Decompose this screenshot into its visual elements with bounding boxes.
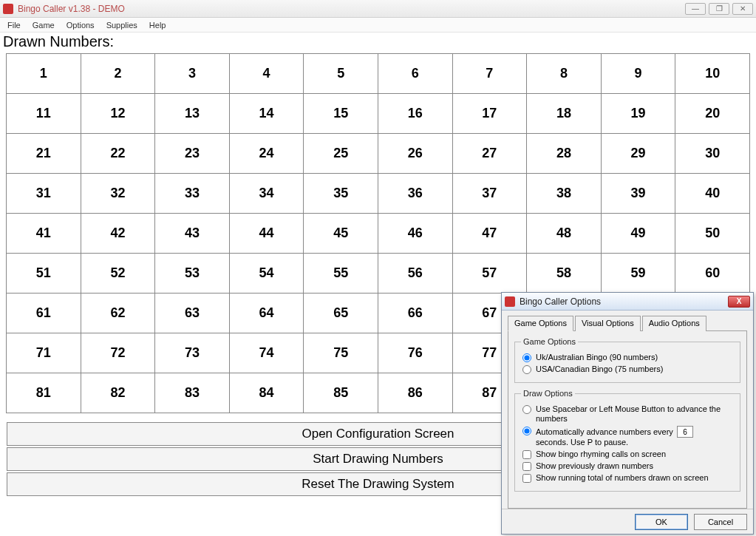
number-cell-45[interactable]: 45: [304, 214, 378, 254]
number-cell-58[interactable]: 58: [527, 254, 602, 294]
number-cell-15[interactable]: 15: [304, 94, 378, 134]
number-cell-26[interactable]: 26: [378, 134, 452, 174]
number-cell-30[interactable]: 30: [675, 134, 750, 174]
number-cell-27[interactable]: 27: [452, 134, 527, 174]
number-cell-29[interactable]: 29: [601, 134, 675, 174]
number-cell-72[interactable]: 72: [81, 333, 155, 373]
number-cell-18[interactable]: 18: [527, 94, 602, 134]
checkbox-show-total[interactable]: [522, 474, 531, 483]
number-cell-28[interactable]: 28: [527, 134, 602, 174]
number-cell-85[interactable]: 85: [304, 373, 378, 413]
radio-uk-bingo[interactable]: [522, 353, 531, 362]
number-cell-5[interactable]: 5: [304, 54, 378, 94]
tab-visual-options[interactable]: Visual Options: [575, 316, 641, 331]
tab-game-options[interactable]: Game Options: [508, 316, 573, 331]
number-cell-50[interactable]: 50: [675, 214, 750, 254]
number-cell-86[interactable]: 86: [378, 373, 452, 413]
number-cell-3[interactable]: 3: [155, 54, 230, 94]
number-cell-56[interactable]: 56: [378, 254, 452, 294]
number-cell-37[interactable]: 37: [452, 174, 527, 214]
number-cell-53[interactable]: 53: [155, 254, 230, 294]
number-cell-11[interactable]: 11: [7, 94, 81, 134]
number-cell-24[interactable]: 24: [229, 134, 304, 174]
number-cell-6[interactable]: 6: [378, 54, 452, 94]
number-cell-32[interactable]: 32: [81, 174, 155, 214]
number-cell-8[interactable]: 8: [527, 54, 602, 94]
number-cell-42[interactable]: 42: [81, 214, 155, 254]
number-cell-33[interactable]: 33: [155, 174, 230, 214]
cancel-button[interactable]: Cancel: [694, 514, 747, 530]
number-cell-13[interactable]: 13: [155, 94, 230, 134]
number-cell-84[interactable]: 84: [229, 373, 304, 413]
radio-spacebar-advance[interactable]: [522, 405, 531, 414]
number-cell-12[interactable]: 12: [81, 94, 155, 134]
radio-usa-bingo[interactable]: [522, 365, 531, 374]
ok-button[interactable]: OK: [635, 514, 688, 530]
number-cell-31[interactable]: 31: [7, 174, 81, 214]
menu-game[interactable]: Game: [27, 19, 61, 31]
menu-file[interactable]: File: [1, 19, 27, 31]
close-button[interactable]: ✕: [732, 3, 753, 15]
number-cell-66[interactable]: 66: [378, 294, 452, 333]
number-cell-60[interactable]: 60: [675, 254, 750, 294]
dialog-close-button[interactable]: X: [728, 296, 750, 308]
auto-advance-seconds-input[interactable]: [677, 426, 693, 438]
number-cell-47[interactable]: 47: [452, 214, 527, 254]
number-cell-2[interactable]: 2: [81, 54, 155, 94]
number-cell-52[interactable]: 52: [81, 254, 155, 294]
maximize-button[interactable]: ❐: [709, 3, 729, 15]
number-cell-61[interactable]: 61: [7, 294, 81, 333]
number-cell-71[interactable]: 71: [7, 333, 81, 373]
number-cell-46[interactable]: 46: [378, 214, 452, 254]
number-cell-57[interactable]: 57: [452, 254, 527, 294]
number-cell-74[interactable]: 74: [229, 333, 304, 373]
number-cell-17[interactable]: 17: [452, 94, 527, 134]
menu-help[interactable]: Help: [143, 19, 172, 31]
minimize-button[interactable]: —: [685, 3, 706, 15]
number-cell-23[interactable]: 23: [155, 134, 230, 174]
number-cell-76[interactable]: 76: [378, 333, 452, 373]
number-cell-64[interactable]: 64: [229, 294, 304, 333]
menu-supplies[interactable]: Supplies: [101, 19, 143, 31]
number-cell-21[interactable]: 21: [7, 134, 81, 174]
number-cell-39[interactable]: 39: [601, 174, 675, 214]
number-cell-43[interactable]: 43: [155, 214, 230, 254]
checkbox-show-rhyming[interactable]: [522, 450, 531, 459]
number-cell-10[interactable]: 10: [675, 54, 750, 94]
tab-audio-options[interactable]: Audio Options: [642, 316, 706, 331]
number-cell-82[interactable]: 82: [81, 373, 155, 413]
number-cell-9[interactable]: 9: [601, 54, 675, 94]
number-cell-40[interactable]: 40: [675, 174, 750, 214]
number-cell-63[interactable]: 63: [155, 294, 230, 333]
number-cell-83[interactable]: 83: [155, 373, 230, 413]
number-cell-20[interactable]: 20: [675, 94, 750, 134]
number-cell-65[interactable]: 65: [304, 294, 378, 333]
number-cell-1[interactable]: 1: [7, 54, 81, 94]
menu-options[interactable]: Options: [61, 19, 101, 31]
number-cell-36[interactable]: 36: [378, 174, 452, 214]
number-cell-16[interactable]: 16: [378, 94, 452, 134]
number-cell-73[interactable]: 73: [155, 333, 230, 373]
number-cell-48[interactable]: 48: [527, 214, 602, 254]
number-cell-19[interactable]: 19: [601, 94, 675, 134]
number-cell-22[interactable]: 22: [81, 134, 155, 174]
number-cell-14[interactable]: 14: [229, 94, 304, 134]
number-cell-62[interactable]: 62: [81, 294, 155, 333]
number-cell-51[interactable]: 51: [7, 254, 81, 294]
number-cell-44[interactable]: 44: [229, 214, 304, 254]
number-cell-81[interactable]: 81: [7, 373, 81, 413]
checkbox-show-previous[interactable]: [522, 462, 531, 471]
number-cell-25[interactable]: 25: [304, 134, 378, 174]
number-cell-49[interactable]: 49: [601, 214, 675, 254]
radio-auto-advance[interactable]: [522, 427, 531, 435]
number-cell-35[interactable]: 35: [304, 174, 378, 214]
number-cell-34[interactable]: 34: [229, 174, 304, 214]
number-cell-38[interactable]: 38: [527, 174, 602, 214]
number-cell-75[interactable]: 75: [304, 333, 378, 373]
number-cell-41[interactable]: 41: [7, 214, 81, 254]
number-cell-59[interactable]: 59: [601, 254, 675, 294]
number-cell-4[interactable]: 4: [229, 54, 304, 94]
number-cell-54[interactable]: 54: [229, 254, 304, 294]
number-cell-7[interactable]: 7: [452, 54, 527, 94]
number-cell-55[interactable]: 55: [304, 254, 378, 294]
